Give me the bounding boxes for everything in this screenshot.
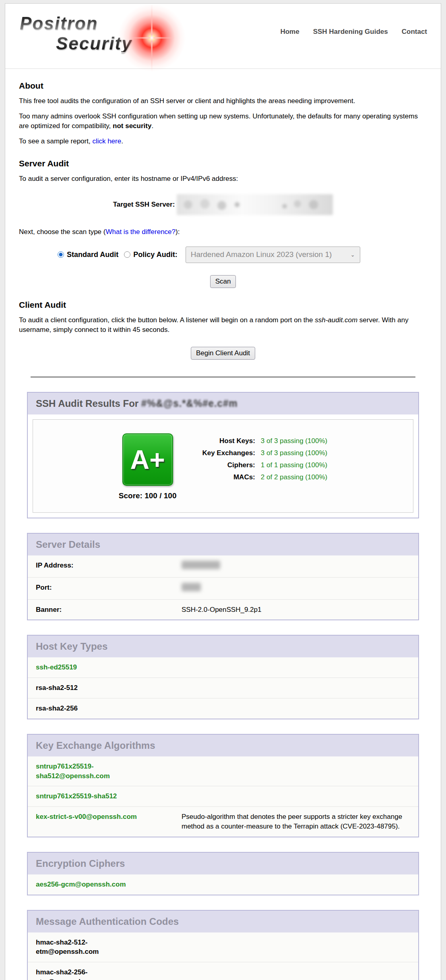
policy-audit-label: Policy Audit:: [133, 251, 177, 259]
redacted-ip-value: [182, 561, 220, 569]
kex-algorithm-name: sntrup761x25519-sha512: [36, 791, 117, 801]
about-paragraph-2: Too many admins overlook SSH configurati…: [19, 112, 427, 131]
encryption-ciphers-panel: Encryption Ciphers aes256-gcm@openssh.co…: [27, 852, 419, 895]
scan-button-row: Scan: [19, 275, 427, 288]
ip-address-value: [173, 555, 418, 577]
host-key-cell: rsa-sha2-256: [28, 698, 418, 718]
sample-report-end: .: [121, 137, 123, 145]
logo-line2: Security: [19, 35, 188, 52]
score-line: Score: 100 / 100: [119, 491, 177, 500]
policy-audit-radio[interactable]: [124, 251, 130, 258]
table-row: MACs: 2 of 2 passing (100%): [202, 471, 327, 483]
client-audit-paragraph: To audit a client configuration, click t…: [19, 315, 427, 335]
table-row: hmac-sha2-512-etm@openssh.com: [28, 932, 418, 962]
main-nav: Home SSH Hardening Guides Contact: [280, 28, 427, 36]
kex-algorithm-name: sntrup761x25519-sha512@openssh.com: [36, 762, 157, 781]
nav-contact[interactable]: Contact: [402, 28, 427, 36]
kex-algorithm-name: kex-strict-s-v00@openssh.com: [36, 812, 137, 822]
sample-report-link[interactable]: click here: [92, 137, 121, 145]
table-row: Banner: SSH-2.0-OpenSSH_9.2p1: [28, 599, 418, 619]
server-audit-title: Server Audit: [19, 159, 427, 168]
key-exchanges-stat-label: Key Exchanges:: [202, 447, 260, 459]
host-keys-stat-value: 3 of 3 passing (100%): [261, 435, 327, 447]
key-exchanges-stat-value: 3 of 3 passing (100%): [261, 447, 327, 459]
redacted-hostname: #%&@s.*&%#e.c#m: [141, 398, 238, 409]
cipher-cell: aes256-gcm@openssh.com: [28, 874, 418, 895]
policy-select[interactable]: Hardened Amazon Linux 2023 (version 1) ⌄: [186, 247, 360, 263]
scan-type-suffix: ):: [176, 228, 180, 236]
logo-text: Positron Security: [19, 15, 188, 52]
client-audit-text: To audit a client configuration, click t…: [19, 316, 315, 324]
site-header: Positron Security Home SSH Hardening Gui…: [5, 4, 441, 69]
standard-audit-radio[interactable]: [58, 251, 64, 258]
port-value: [173, 577, 418, 599]
chevron-down-icon: ⌄: [351, 252, 355, 258]
macs-stat-value: 2 of 2 passing (100%): [261, 471, 327, 483]
encryption-ciphers-table: aes256-gcm@openssh.com: [28, 874, 418, 895]
table-row: aes256-gcm@openssh.com: [28, 874, 418, 895]
sample-report-text: To see a sample report,: [19, 137, 92, 145]
about-p2-bold: not security: [113, 122, 151, 130]
results-panel-header: SSH Audit Results For #%&@s.*&%#e.c#m: [28, 393, 418, 414]
host-key-types-header: Host Key Types: [28, 636, 418, 657]
kex-note-cell: [173, 786, 418, 807]
macs-table: hmac-sha2-512-etm@openssh.com hmac-sha2-…: [28, 932, 418, 980]
table-row: rsa-sha2-512: [28, 678, 418, 698]
standard-audit-label: Standard Audit: [67, 251, 118, 259]
positron-security-logo[interactable]: Positron Security: [19, 15, 188, 61]
about-paragraph-3: To see a sample report, click here.: [19, 137, 427, 146]
redacted-port-value: [182, 583, 201, 591]
grade-section: A+ Score: 100 / 100: [119, 433, 177, 500]
mac-name: hmac-sha2-512-etm@openssh.com: [36, 938, 132, 957]
macs-panel: Message Authentication Codes hmac-sha2-5…: [27, 910, 419, 980]
results-title: SSH Audit Results For: [36, 398, 141, 409]
results-stats-table: Host Keys: 3 of 3 passing (100%) Key Exc…: [202, 435, 327, 483]
ip-address-label: IP Address:: [28, 555, 173, 577]
client-audit-domain: ssh-audit.com: [315, 316, 357, 324]
client-audit-button-row: Begin Client Audit: [19, 347, 427, 360]
cipher-name: aes256-gcm@openssh.com: [36, 880, 126, 889]
target-ssh-server-label: Target SSH Server:: [113, 201, 175, 209]
key-exchange-panel: Key Exchange Algorithms sntrup761x25519-…: [27, 734, 419, 837]
table-row: ssh-ed25519: [28, 657, 418, 678]
kex-note-cell: Pseudo-algorithm that denotes the peer s…: [173, 807, 418, 837]
mac-cell: hmac-sha2-256-etm@openssh.com: [28, 962, 418, 980]
about-paragraph-1: This free tool audits the configuration …: [19, 96, 427, 106]
mac-cell: hmac-sha2-512-etm@openssh.com: [28, 932, 418, 962]
scan-type-radio-row: Standard Audit Policy Audit: Hardened Am…: [58, 247, 427, 263]
target-ssh-server-input[interactable]: [177, 194, 333, 215]
main-container: Positron Security Home SSH Hardening Gui…: [5, 3, 441, 980]
macs-header: Message Authentication Codes: [28, 911, 418, 932]
host-key-types-panel: Host Key Types ssh-ed25519 rsa-sha2-512 …: [27, 635, 419, 719]
scan-button[interactable]: Scan: [210, 275, 236, 288]
logo-line1: Positron: [19, 15, 188, 32]
page-content: About This free tool audits the configur…: [5, 81, 441, 980]
kex-name-cell: kex-strict-s-v00@openssh.com: [28, 807, 173, 837]
table-row: Ciphers: 1 of 1 passing (100%): [202, 459, 327, 471]
table-row: sntrup761x25519-sha512: [28, 786, 418, 807]
key-exchange-table: sntrup761x25519-sha512@openssh.com sntru…: [28, 756, 418, 837]
client-audit-title: Client Audit: [19, 300, 427, 310]
ssh-audit-results-panel: SSH Audit Results For #%&@s.*&%#e.c#m A+…: [27, 392, 419, 518]
ciphers-stat-value: 1 of 1 passing (100%): [261, 459, 327, 471]
macs-stat-label: MACs:: [202, 471, 260, 483]
table-row: kex-strict-s-v00@openssh.com Pseudo-algo…: [28, 807, 418, 837]
scan-type-line: Next, choose the scan type (What is the …: [19, 227, 427, 237]
kex-name-cell: sntrup761x25519-sha512@openssh.com: [28, 756, 173, 786]
begin-client-audit-button[interactable]: Begin Client Audit: [191, 347, 255, 360]
scan-type-difference-link[interactable]: What is the difference?: [105, 228, 176, 236]
kex-name-cell: sntrup761x25519-sha512: [28, 786, 173, 807]
results-body: A+ Score: 100 / 100 Host Keys: 3 of 3 pa…: [28, 414, 418, 518]
nav-home[interactable]: Home: [280, 28, 299, 36]
host-key-types-table: ssh-ed25519 rsa-sha2-512 rsa-sha2-256: [28, 657, 418, 718]
table-row: IP Address:: [28, 555, 418, 577]
host-key-cell: ssh-ed25519: [28, 657, 418, 678]
nav-ssh-hardening-guides[interactable]: SSH Hardening Guides: [313, 28, 388, 36]
table-row: hmac-sha2-256-etm@openssh.com: [28, 962, 418, 980]
host-keys-stat-label: Host Keys:: [202, 435, 260, 447]
encryption-ciphers-header: Encryption Ciphers: [28, 853, 418, 874]
table-row: Port:: [28, 577, 418, 599]
server-audit-intro: To audit a server configuration, enter i…: [19, 174, 427, 184]
banner-value: SSH-2.0-OpenSSH_9.2p1: [173, 599, 418, 619]
about-p2-text: Too many admins overlook SSH configurati…: [19, 112, 418, 130]
